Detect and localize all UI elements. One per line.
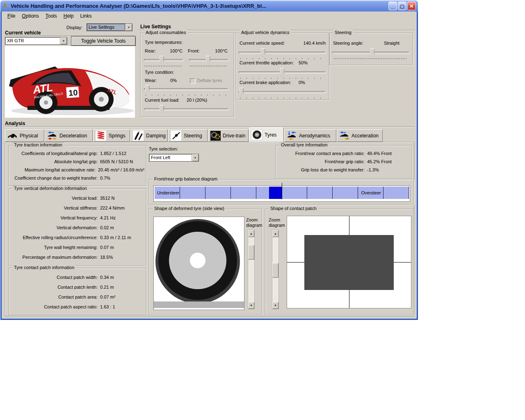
- slider-thumb[interactable]: [160, 56, 164, 64]
- deformed-tyre-canvas: [153, 217, 244, 310]
- tab-deceleration[interactable]: Deceleration: [45, 129, 93, 142]
- tab-tyres[interactable]: Tyres: [249, 128, 284, 142]
- analysis-tabs: Physical Deceleration Springs Damping St…: [2, 128, 417, 142]
- info-value: 6505 N / 5310 N: [100, 159, 144, 164]
- throttle-value: 50%: [299, 60, 308, 65]
- acceleration-arrows-icon: [339, 130, 349, 141]
- menu-tools[interactable]: Tools: [42, 12, 60, 20]
- info-label: Front/rear grip ratio:: [278, 159, 367, 164]
- contact-patch-zoom-scrollbar[interactable]: ▲ ▼: [272, 230, 279, 309]
- group-title: Adjust consumables: [144, 30, 187, 35]
- scroll-up-button[interactable]: ▲: [272, 230, 278, 237]
- info-label: Coefficient change due to weight transfe…: [11, 176, 100, 180]
- tyre-selection-label: Tyre selection:: [149, 146, 178, 151]
- tab-label: Drive-train: [223, 133, 245, 139]
- display-combobox-button[interactable]: ▼: [125, 24, 132, 31]
- menu-help[interactable]: Help: [60, 12, 77, 20]
- grip-balance-diagram: Understeer Oversteer: [153, 185, 410, 202]
- info-label: Tyre wall height remaining:: [11, 245, 100, 250]
- damper-icon: [132, 130, 144, 141]
- tab-springs[interactable]: Springs: [93, 129, 130, 142]
- rear-label: Rear:: [145, 48, 156, 53]
- info-value: -1.3%: [367, 167, 410, 172]
- tab-label: Deceleration: [59, 133, 87, 139]
- menu-options[interactable]: Options: [18, 12, 42, 20]
- adjust-dynamics-group: Adjust vehicle dynamics Current vehicle …: [236, 33, 329, 100]
- deflate-tyres-checkbox[interactable]: [190, 78, 195, 84]
- vehicle-combobox[interactable]: XR GTR ▼: [5, 37, 67, 45]
- aero-arrows-icon: [286, 130, 297, 141]
- scroll-up-button[interactable]: ▲: [248, 230, 254, 237]
- slider-thumb[interactable]: [145, 85, 150, 93]
- slider-thumb[interactable]: [261, 48, 265, 57]
- info-label: Contact patch lenth:: [11, 285, 100, 290]
- close-button[interactable]: ✕: [407, 2, 416, 10]
- chevron-down-icon: ▼: [62, 40, 65, 42]
- slider-thumb[interactable]: [160, 105, 164, 113]
- tab-damping[interactable]: Damping: [130, 129, 168, 142]
- info-label: Vertical frequency:: [11, 215, 100, 220]
- maximize-button[interactable]: ▢: [398, 2, 406, 10]
- scroll-thumb[interactable]: [272, 263, 278, 278]
- contact-patch-shape: [304, 235, 394, 290]
- tab-acceleration[interactable]: Acceleration: [337, 129, 383, 142]
- menu-file[interactable]: File: [4, 12, 18, 20]
- deflate-tyres-label: Deflate tyres: [197, 78, 222, 83]
- wear-slider[interactable]: [144, 85, 228, 94]
- scroll-thumb[interactable]: [248, 245, 254, 260]
- vehicle-combobox-value: XR GTR: [5, 37, 60, 44]
- tab-steering[interactable]: Steering: [168, 129, 208, 142]
- slider-thumb[interactable]: [370, 48, 374, 57]
- vehicle-combobox-button[interactable]: ▼: [60, 37, 67, 44]
- info-row: Contact patch lenth:0.21 m: [11, 285, 144, 294]
- display-combobox[interactable]: Live Settings ▼: [87, 23, 132, 31]
- minimize-button[interactable]: _: [388, 2, 397, 10]
- contact-patch-canvas: [287, 216, 411, 308]
- brake-slider[interactable]: [239, 88, 326, 96]
- info-value: 1.852 / 1.512: [100, 151, 144, 156]
- toggle-vehicle-tools-button[interactable]: Toggle Vehicle Tools: [71, 36, 136, 46]
- zoom-diagram-label: Zoom diagram: [269, 217, 288, 228]
- wear-label: Wear:: [145, 78, 157, 83]
- rear-temp-slider[interactable]: [144, 56, 183, 64]
- display-label: Display:: [66, 25, 82, 30]
- info-label: Vertical load:: [11, 196, 100, 201]
- info-value: 49.4% Front: [367, 151, 410, 156]
- grip-segment: [383, 187, 409, 199]
- speed-slider[interactable]: [239, 48, 326, 57]
- slider-thumb[interactable]: [206, 56, 210, 64]
- tyre-condition-label: Tyre condition:: [145, 70, 174, 75]
- info-row: Effective rolling radius/circumference:0…: [11, 235, 144, 245]
- tab-physical[interactable]: Physical: [5, 129, 44, 142]
- spring-icon: [95, 130, 107, 141]
- slider-ticks: [240, 78, 324, 79]
- tab-aerodynamics[interactable]: Aerodynamics: [284, 129, 336, 142]
- tyre-temps-label: Tyre temperatures:: [145, 40, 183, 45]
- scroll-down-button[interactable]: ▼: [248, 302, 254, 309]
- vehicle-image: ATL RACING FUEL CELLS 10 ATL: [5, 46, 135, 118]
- menu-links[interactable]: Links: [77, 12, 95, 20]
- info-row: Contact patch width:0.34 m: [11, 275, 144, 285]
- tab-drivetrain[interactable]: Drive-train: [208, 129, 249, 142]
- front-label: Front:: [188, 48, 200, 53]
- front-temp-slider[interactable]: [189, 56, 228, 64]
- steering-slider[interactable]: [332, 48, 409, 57]
- tyre-selection-button[interactable]: ▼: [192, 154, 199, 161]
- slider-thumb[interactable]: [239, 88, 244, 96]
- scroll-down-button[interactable]: ▼: [272, 302, 278, 309]
- throttle-slider[interactable]: [239, 68, 326, 77]
- live-settings-label: Live Settings: [140, 24, 171, 30]
- chevron-down-icon: ▼: [194, 157, 196, 159]
- info-label: Grip loss due to weight transfer:: [278, 167, 367, 172]
- info-label: Absolute long/lat grip:: [11, 159, 100, 164]
- tab-label: Acceleration: [352, 133, 379, 139]
- info-row: Coefficient change due to weight transfe…: [11, 176, 144, 184]
- deformed-tyre-zoom-scrollbar[interactable]: ▲ ▼: [248, 230, 255, 309]
- tyre-selection-combobox[interactable]: Front Left ▼: [149, 154, 199, 162]
- slider-ticks: [146, 95, 228, 96]
- info-value: 18.5%: [100, 255, 144, 260]
- close-icon: ✕: [409, 4, 413, 8]
- info-label: Coefficients of longitudinal/lateral gri…: [11, 151, 100, 156]
- slider-thumb[interactable]: [280, 68, 285, 76]
- fuel-slider[interactable]: [144, 105, 228, 114]
